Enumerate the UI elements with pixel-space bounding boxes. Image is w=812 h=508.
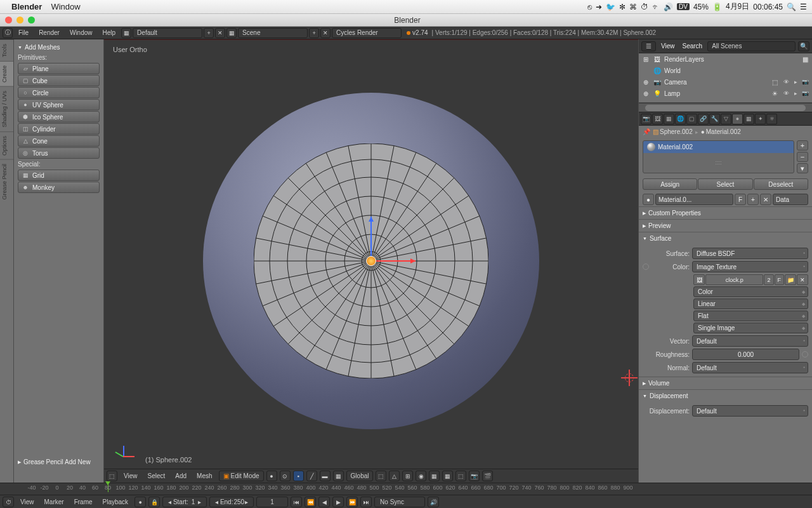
vp-menu-add[interactable]: Add — [171, 471, 190, 481]
editor-type-icon[interactable]: ⬚ — [107, 471, 117, 481]
outliner-filter[interactable]: All Scenes — [707, 41, 796, 51]
snap-element-icon[interactable]: ⊞ — [402, 471, 413, 481]
add-monkey[interactable]: ☻Monkey — [18, 182, 100, 193]
tl-menu-frame[interactable]: Frame — [70, 497, 96, 507]
render-engine[interactable]: Cycles Render — [332, 28, 402, 38]
sync-mode[interactable]: No Sync — [374, 497, 425, 507]
timeline-ruler[interactable]: -40-200204060801001201401601802002202402… — [0, 483, 812, 495]
tex-name[interactable]: clock.p — [705, 274, 763, 285]
outliner-view[interactable]: View — [658, 43, 678, 50]
mat-unlink-icon[interactable]: ✕ — [760, 194, 771, 205]
panel-grease[interactable]: Grease Pencil Add New — [18, 457, 100, 467]
gizmo-x-axis[interactable] — [371, 260, 416, 262]
tex-browse-icon[interactable]: 🖼 — [693, 274, 705, 285]
end-frame[interactable]: ◂ End:250▸ — [209, 497, 254, 507]
add-uvsphere[interactable]: ●UV Sphere — [18, 99, 100, 110]
mat-users[interactable]: F — [735, 194, 746, 205]
autokey-icon[interactable]: ● — [134, 497, 146, 507]
vp-menu-mesh[interactable]: Mesh — [193, 471, 216, 481]
color-input[interactable]: Image Texture — [692, 261, 808, 272]
menu-file[interactable]: File — [14, 28, 33, 37]
bc-mat[interactable]: ●Material.002 — [701, 128, 741, 135]
outliner-type-icon[interactable]: ☰ — [641, 41, 656, 51]
snap-target-icon[interactable]: △ — [389, 471, 400, 481]
prop-tab-object[interactable]: ▢ — [686, 114, 697, 124]
tab-options[interactable]: Options — [0, 131, 13, 159]
app-name[interactable]: Blender — [11, 2, 42, 11]
prop-edit-icon[interactable]: ◉ — [416, 471, 426, 481]
tl-menu-playback[interactable]: Playback — [99, 497, 133, 507]
mat-browse-icon[interactable]: ● — [643, 194, 654, 205]
pin-icon[interactable]: 📌 — [643, 128, 650, 135]
prop-tab-physics[interactable]: ⚛ — [766, 114, 777, 124]
menu-icon[interactable]: ☰ — [800, 3, 807, 11]
panel-add-meshes[interactable]: Add Meshes — [18, 42, 100, 53]
menu-window[interactable]: Window — [65, 28, 97, 37]
scene-browse-icon[interactable]: ▦ — [226, 28, 237, 38]
prop-tab-render[interactable]: 📷 — [641, 114, 652, 124]
bc-obj[interactable]: ▨Sphere.002 — [653, 128, 693, 135]
keyframe-next-icon[interactable]: ⏩ — [346, 497, 358, 507]
tex-fake[interactable]: F — [775, 274, 785, 285]
add-icosphere[interactable]: ⬢Ico Sphere — [18, 111, 100, 123]
color-socket-icon[interactable] — [643, 264, 649, 270]
material-slots[interactable]: Material.002 :::: — [643, 140, 794, 173]
menu-render[interactable]: Render — [34, 28, 64, 37]
layout-browse-icon[interactable]: ▦ — [121, 28, 131, 38]
tex-colorspace[interactable]: Color — [693, 286, 808, 297]
vector-input[interactable]: Default — [692, 335, 808, 347]
roughness[interactable]: 0.000 — [692, 349, 799, 360]
add-cube[interactable]: ▢Cube — [18, 75, 100, 86]
gizmo-origin[interactable] — [366, 256, 376, 266]
orientation[interactable]: Global — [346, 471, 374, 481]
add-grid[interactable]: ▦Grid — [18, 170, 100, 181]
shading-icon[interactable]: ● — [266, 471, 277, 481]
render-icon[interactable]: 🎬 — [482, 471, 493, 481]
add-cone[interactable]: △Cone — [18, 135, 100, 147]
tex-source[interactable]: Single Image — [693, 323, 808, 333]
rough-socket-icon[interactable] — [802, 351, 808, 358]
add-cylinder[interactable]: ◫Cylinder — [18, 123, 100, 135]
remove-slot-icon[interactable]: − — [797, 152, 808, 162]
keyframe-prev-icon[interactable]: ⏪ — [304, 497, 316, 507]
mat-link[interactable]: Data — [773, 194, 808, 205]
prop-tab-layers[interactable]: 🖼 — [652, 114, 663, 124]
vp-menu-select[interactable]: Select — [144, 471, 169, 481]
limit-select-icon[interactable]: ▦ — [333, 471, 344, 481]
surface-shader[interactable]: Diffuse BSDF — [692, 248, 808, 259]
mat-add-icon[interactable]: + — [747, 194, 759, 205]
prop-tab-scene[interactable]: ▦ — [664, 114, 674, 124]
del-layout-icon[interactable]: ✕ — [215, 28, 225, 38]
tab-tools[interactable]: Tools — [0, 39, 13, 61]
spotlight-icon[interactable]: 🔍 — [787, 3, 796, 11]
vertex-select-icon[interactable]: ▪ — [293, 471, 304, 481]
tab-shading[interactable]: Shading / UVs — [0, 86, 13, 131]
speaker-icon[interactable]: 🔊 — [428, 497, 439, 507]
normal-input[interactable]: Default — [692, 362, 808, 373]
mode-select[interactable]: ▣Edit Mode — [219, 471, 264, 481]
scene-name[interactable]: Scene — [238, 28, 308, 38]
tex-interp[interactable]: Linear — [693, 298, 808, 309]
slot-menu-icon[interactable]: ▾ — [797, 163, 808, 173]
mac-menu-window[interactable]: Window — [51, 2, 80, 11]
assign-button[interactable]: Assign — [643, 178, 697, 190]
layers-icon[interactable]: ▦ — [429, 471, 440, 481]
snap-icon[interactable]: ⬚ — [376, 471, 386, 481]
lock-icon[interactable]: 🔒 — [148, 497, 160, 507]
outliner-scroll[interactable] — [639, 103, 812, 112]
del-scene-icon[interactable]: ✕ — [320, 28, 331, 38]
prop-tab-data[interactable]: ▽ — [721, 114, 731, 124]
prop-tab-texture[interactable]: ▦ — [743, 114, 754, 124]
layers2-icon[interactable]: ▦ — [442, 471, 453, 481]
editor-type-icon[interactable]: ⓘ — [3, 28, 13, 38]
menu-help[interactable]: Help — [98, 28, 121, 37]
tex-users[interactable]: 2 — [764, 274, 773, 285]
add-plane[interactable]: ▱Plane — [18, 63, 100, 74]
add-torus[interactable]: ◎Torus — [18, 147, 100, 159]
pivot-icon[interactable]: ⊙ — [280, 471, 291, 481]
add-circle[interactable]: ○Circle — [18, 87, 100, 98]
material-slot-item[interactable]: Material.002 — [643, 141, 794, 153]
search-icon[interactable]: 🔍 — [798, 41, 809, 51]
tab-create[interactable]: Create — [0, 61, 13, 86]
play-rev-icon[interactable]: ◀ — [318, 497, 330, 507]
